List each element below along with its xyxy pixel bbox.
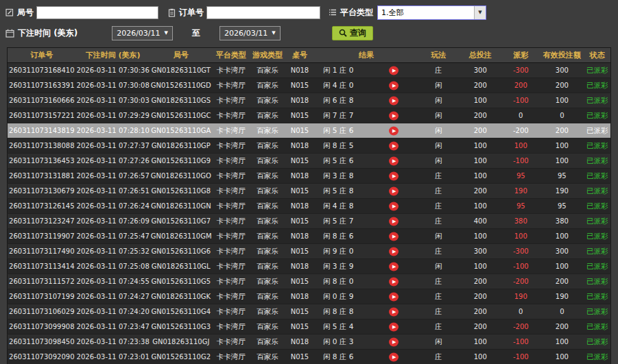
cell-platform: 卡卡湾厅 — [212, 199, 250, 214]
play-icon[interactable]: ▶ — [389, 81, 399, 90]
order-id-input[interactable] — [206, 6, 320, 19]
cell-bet-time: 2026-03-11 07:23:38 — [76, 335, 150, 350]
to-label: 至 — [192, 27, 200, 39]
play-icon[interactable]: ▶ — [389, 156, 399, 165]
play-icon[interactable]: ▶ — [389, 292, 399, 301]
cell-order-id: 260311073107199 — [8, 289, 76, 304]
play-icon[interactable]: ▶ — [389, 141, 399, 150]
play-icon[interactable]: ▶ — [389, 217, 399, 226]
query-button[interactable]: 查询 — [332, 26, 373, 40]
cell-platform: 卡卡湾厅 — [212, 184, 250, 199]
table-row[interactable]: 260311073099908 2026-03-11 07:23:47 GN01… — [8, 319, 611, 335]
game-id-field-label: 局号 — [5, 7, 34, 19]
cell-order-id: 260311073157221 — [8, 108, 76, 123]
play-icon[interactable]: ▶ — [389, 66, 399, 75]
cell-order-id: 260311073130679 — [8, 184, 76, 199]
play-icon[interactable]: ▶ — [389, 322, 399, 331]
play-icon[interactable]: ▶ — [389, 111, 399, 120]
table-row[interactable]: 260311073098450 2026-03-11 07:23:38 GN01… — [8, 335, 611, 350]
cell-table-no: N018 — [285, 259, 315, 274]
cell-play-type: 闲 — [418, 229, 459, 244]
table-row[interactable]: 260311073157221 2026-03-11 07:29:29 GN01… — [8, 108, 611, 123]
search-icon — [339, 29, 347, 37]
table-row[interactable]: 260311073123247 2026-03-11 07:26:09 GN01… — [8, 214, 611, 229]
table-row[interactable]: 260311073111572 2026-03-11 07:24:55 GN01… — [8, 274, 611, 289]
date-to-picker[interactable]: 2026/03/11 ▼ — [219, 26, 281, 40]
table-row[interactable]: 260311073106029 2026-03-11 07:24:20 GN01… — [8, 304, 611, 319]
play-icon[interactable]: ▶ — [389, 247, 399, 256]
cell-platform: 卡卡湾厅 — [212, 304, 250, 319]
cell-total-bet: 200 — [459, 108, 501, 123]
date-from-value: 2026/03/11 — [117, 29, 160, 38]
table-row[interactable]: 260311073130679 2026-03-11 07:26:51 GN01… — [8, 184, 611, 199]
cell-bet-time: 2026-03-11 07:25:32 — [76, 244, 150, 259]
result-text: 闲 9 庄 0 — [323, 247, 353, 255]
cell-result: 闲 4 庄 8 ▶ — [315, 199, 418, 214]
table-row[interactable]: 260311073126145 2026-03-11 07:26:24 GN01… — [8, 199, 611, 214]
table-header-row: 订单号 下注时间 (美东) 局号 平台类型 游戏类型 桌号 结果 玩法 总投注 … — [8, 48, 611, 63]
cell-status: 已派彩 — [584, 229, 610, 244]
cell-status: 已派彩 — [584, 123, 610, 138]
cell-result: 闲 5 庄 6 ▶ — [315, 123, 418, 138]
table-row[interactable]: 260311073138088 2026-03-11 07:27:37 GN01… — [8, 138, 611, 154]
play-icon[interactable]: ▶ — [389, 307, 399, 316]
cell-status: 已派彩 — [584, 78, 610, 93]
result-text: 闲 5 庄 4 — [323, 322, 353, 330]
filter-row-2: 下注时间 (美东) 2026/03/11 ▼ 至 2026/03/11 ▼ 查询 — [5, 24, 613, 42]
table-row[interactable]: 260311073143819 2026-03-11 07:28:10 GN01… — [8, 123, 611, 138]
play-icon[interactable]: ▶ — [389, 126, 399, 135]
play-icon[interactable]: ▶ — [389, 186, 399, 195]
cell-game-type: 百家乐 — [250, 214, 285, 229]
cell-payout: -100 — [501, 335, 540, 350]
cell-status: 已派彩 — [584, 108, 610, 123]
table-row[interactable]: 260311073131881 2026-03-11 07:26:57 GN01… — [8, 169, 611, 184]
cell-play-type: 庄 — [418, 350, 459, 364]
table-row[interactable]: 260311073119907 2026-03-11 07:25:47 GN01… — [8, 229, 611, 244]
play-icon[interactable]: ▶ — [389, 171, 399, 180]
play-icon[interactable]: ▶ — [389, 352, 399, 361]
play-icon[interactable]: ▶ — [389, 232, 399, 241]
cell-valid-bet: 0 — [540, 304, 584, 319]
table-row[interactable]: 260311073107199 2026-03-11 07:24:27 GN01… — [8, 289, 611, 304]
cell-game-id: GN015263110G7 — [150, 214, 212, 229]
table-row[interactable]: 260311073113414 2026-03-11 07:25:08 GN01… — [8, 259, 611, 274]
cell-status: 已派彩 — [584, 259, 610, 274]
play-icon[interactable]: ▶ — [389, 96, 399, 105]
cell-valid-bet: 190 — [540, 289, 584, 304]
cell-result: 闲 0 庄 9 ▶ — [315, 289, 418, 304]
table-row[interactable]: 260311073117490 2026-03-11 07:25:32 GN01… — [8, 244, 611, 259]
bet-time-label: 下注时间 (美东) — [18, 27, 78, 39]
cell-platform: 卡卡湾厅 — [212, 350, 250, 364]
cell-valid-bet: 200 — [540, 123, 584, 138]
platform-type-select[interactable]: 1.全部 ▼ — [377, 5, 486, 20]
game-id-input[interactable] — [36, 6, 158, 19]
cell-game-id: GN015263110G2 — [150, 350, 212, 364]
cell-total-bet: 100 — [459, 169, 501, 184]
cell-bet-time: 2026-03-11 07:30:36 — [76, 63, 150, 78]
cell-game-id: GN015263110G6 — [150, 244, 212, 259]
cell-valid-bet: 100 — [540, 138, 584, 154]
play-icon[interactable]: ▶ — [389, 202, 399, 210]
cell-play-type: 庄 — [418, 319, 459, 335]
list-icon — [329, 8, 337, 16]
date-from-picker[interactable]: 2026/03/11 ▼ — [112, 26, 173, 40]
table-row[interactable]: 260311073136453 2026-03-11 07:27:26 GN01… — [8, 154, 611, 169]
result-text: 闲 5 庄 7 — [323, 217, 353, 225]
header-table-no: 桌号 — [285, 48, 315, 63]
table-row[interactable]: 260311073092090 2026-03-11 07:23:01 GN01… — [8, 350, 611, 364]
cell-payout: 0 — [501, 108, 540, 123]
table-row[interactable]: 260311073163391 2026-03-11 07:30:08 GN01… — [8, 78, 611, 93]
header-bet-time: 下注时间 (美东) — [76, 48, 150, 63]
play-icon[interactable]: ▶ — [389, 262, 399, 271]
play-icon[interactable]: ▶ — [389, 337, 399, 346]
cell-result: 闲 7 庄 7 ▶ — [315, 108, 418, 123]
cell-payout: 190 — [501, 289, 540, 304]
table-row[interactable]: 260311073160666 2026-03-11 07:30:03 GN01… — [8, 93, 611, 108]
cell-bet-time: 2026-03-11 07:24:27 — [76, 289, 150, 304]
result-text: 闲 5 庄 8 — [323, 186, 353, 195]
cell-total-bet: 100 — [459, 350, 501, 364]
play-icon[interactable]: ▶ — [389, 277, 399, 286]
cell-game-type: 百家乐 — [250, 335, 285, 350]
platform-type-label: 平台类型 — [340, 7, 373, 19]
table-row[interactable]: 260311073168410 2026-03-11 07:30:36 GN01… — [8, 63, 611, 78]
